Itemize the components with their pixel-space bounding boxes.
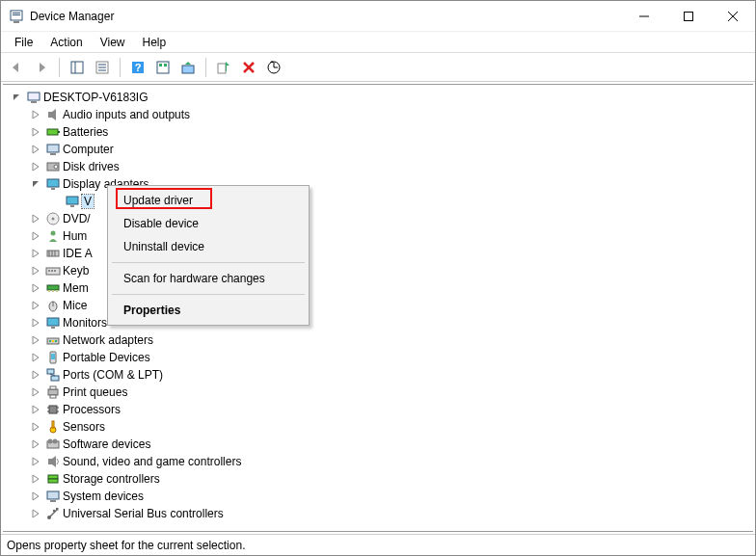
expand-icon[interactable] xyxy=(28,211,43,226)
forward-button[interactable] xyxy=(30,56,53,79)
svg-rect-35 xyxy=(51,188,55,190)
expand-icon[interactable] xyxy=(28,489,43,504)
cpu-icon xyxy=(45,402,61,417)
tree-item-label: Computer xyxy=(63,143,114,156)
computer-icon xyxy=(45,142,61,157)
expand-icon[interactable] xyxy=(28,350,43,365)
tree-item[interactable]: Storage controllers xyxy=(24,470,751,488)
svg-rect-75 xyxy=(52,421,54,428)
expand-icon[interactable] xyxy=(28,315,43,331)
ctx-disable-device[interactable]: Disable device xyxy=(110,212,307,235)
tree-item[interactable]: Audio inputs and outputs xyxy=(24,106,751,123)
scan-hardware-button[interactable] xyxy=(262,56,285,79)
keyb-icon xyxy=(45,263,61,278)
svg-rect-8 xyxy=(71,62,83,73)
tree-item[interactable]: Software devices xyxy=(24,436,751,453)
menu-action[interactable]: Action xyxy=(42,34,90,51)
tree-item[interactable]: System devices xyxy=(24,488,751,505)
properties-button[interactable] xyxy=(91,56,114,79)
expand-icon[interactable] xyxy=(28,280,43,296)
svg-rect-26 xyxy=(31,101,37,103)
menu-help[interactable]: Help xyxy=(135,34,175,51)
svg-rect-21 xyxy=(226,66,227,71)
tree-root[interactable]: DESKTOP-V6183IG xyxy=(5,89,751,106)
maximize-button[interactable] xyxy=(666,2,711,31)
svg-rect-64 xyxy=(51,376,59,381)
tree-item-label: Keyb xyxy=(63,264,89,278)
show-hide-console-tree-button[interactable] xyxy=(66,56,89,79)
tree-item[interactable]: Print queues xyxy=(24,384,751,401)
expand-icon[interactable] xyxy=(28,124,43,140)
svg-rect-58 xyxy=(49,340,51,342)
tree-item[interactable]: Portable Devices xyxy=(24,349,751,366)
toolbar-separator xyxy=(59,58,60,77)
svg-rect-68 xyxy=(50,395,56,398)
menu-view[interactable]: View xyxy=(93,34,133,51)
tree-item[interactable]: Batteries xyxy=(24,123,751,141)
view-icon-button[interactable] xyxy=(151,56,175,79)
uninstall-device-button[interactable] xyxy=(237,56,260,79)
sensors-icon xyxy=(45,419,61,435)
expand-icon[interactable] xyxy=(28,228,43,244)
tree-item[interactable]: Computer xyxy=(24,141,751,158)
svg-rect-60 xyxy=(55,340,57,342)
tree-item-label: Hum xyxy=(63,229,87,243)
back-button[interactable] xyxy=(5,56,28,79)
toolbar-separator xyxy=(120,58,121,77)
svg-rect-47 xyxy=(51,270,53,272)
device-tree[interactable]: DESKTOP-V6183IG Audio inputs and outputs… xyxy=(3,84,753,532)
svg-rect-29 xyxy=(58,131,60,133)
expand-icon[interactable] xyxy=(28,437,43,452)
expand-icon[interactable] xyxy=(28,332,43,348)
collapse-icon[interactable] xyxy=(28,176,43,192)
system-icon xyxy=(45,489,61,504)
tree-item[interactable]: Ports (COM & LPT) xyxy=(24,366,751,384)
tree-item[interactable]: Sound, video and game controllers xyxy=(24,453,751,470)
minimize-button[interactable] xyxy=(622,2,666,31)
window-buttons xyxy=(622,2,755,31)
svg-rect-34 xyxy=(47,179,59,187)
expand-icon[interactable] xyxy=(28,506,43,521)
expand-icon[interactable] xyxy=(28,471,43,487)
expand-icon[interactable] xyxy=(28,454,43,469)
menu-file[interactable]: File xyxy=(7,34,40,51)
tree-item[interactable]: Sensors xyxy=(24,418,751,436)
tree-item-label: V xyxy=(82,195,94,208)
tree-item-label: Software devices xyxy=(63,437,150,451)
tree-item-label: Sound, video and game controllers xyxy=(63,455,241,468)
statusbar: Opens property sheet for the current sel… xyxy=(1,534,755,555)
ctx-properties[interactable]: Properties xyxy=(110,299,307,322)
dvd-icon xyxy=(45,211,61,226)
expand-icon[interactable] xyxy=(28,246,43,261)
toolbar: ? xyxy=(1,53,755,82)
tree-item-label: Mice xyxy=(63,299,87,312)
tree-item[interactable]: Disk drives xyxy=(24,158,751,175)
svg-rect-37 xyxy=(70,205,74,207)
enable-device-button[interactable] xyxy=(212,56,235,79)
expand-icon[interactable] xyxy=(28,159,43,174)
tree-item-label: Disk drives xyxy=(63,160,120,173)
expand-icon[interactable] xyxy=(28,402,43,417)
help-button[interactable]: ? xyxy=(126,56,149,79)
close-button[interactable] xyxy=(711,2,755,31)
ctx-scan-hardware[interactable]: Scan for hardware changes xyxy=(110,267,307,290)
update-driver-button[interactable] xyxy=(176,56,200,79)
expand-icon[interactable] xyxy=(28,298,43,313)
tree-item-label: Mem xyxy=(63,281,89,295)
ctx-uninstall-device[interactable]: Uninstall device xyxy=(110,235,307,258)
expand-icon[interactable] xyxy=(28,142,43,157)
collapse-icon[interactable] xyxy=(9,90,24,105)
print-icon xyxy=(45,384,61,400)
tree-item-label: Print queues xyxy=(63,385,127,399)
expand-icon[interactable] xyxy=(28,419,43,435)
tree-item[interactable]: Universal Serial Bus controllers xyxy=(24,505,751,522)
ide-icon xyxy=(45,246,61,261)
expand-icon[interactable] xyxy=(28,107,43,122)
expand-icon[interactable] xyxy=(28,367,43,383)
display-icon xyxy=(45,176,61,192)
expand-icon[interactable] xyxy=(28,263,43,278)
ctx-update-driver[interactable]: Update driver xyxy=(110,189,307,212)
tree-item[interactable]: Processors xyxy=(24,401,751,418)
tree-item[interactable]: Network adapters xyxy=(24,331,751,349)
expand-icon[interactable] xyxy=(28,384,43,400)
